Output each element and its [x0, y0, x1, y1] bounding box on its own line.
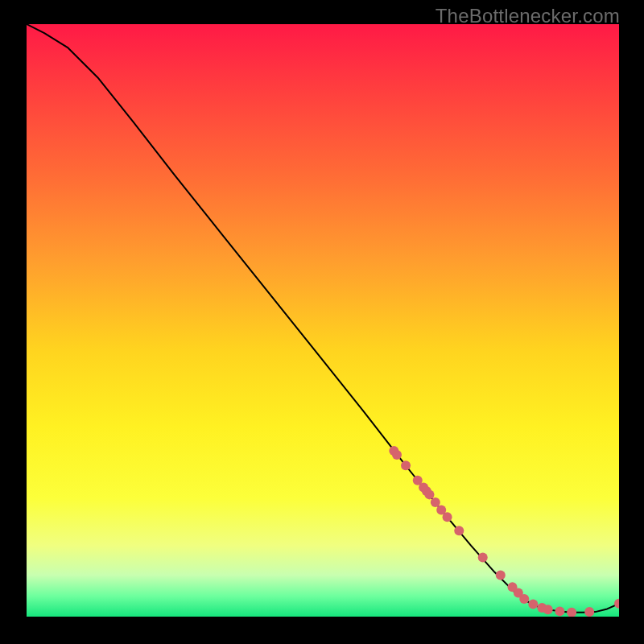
chart-background — [27, 24, 619, 617]
chart-point — [543, 605, 553, 614]
chart-stage: TheBottlenecker.com — [0, 0, 644, 644]
chart-point — [424, 489, 434, 499]
chart-point — [528, 600, 538, 609]
chart-point — [401, 460, 411, 470]
chart-point — [454, 526, 464, 535]
chart-point — [478, 552, 488, 562]
chart-svg — [27, 24, 619, 617]
chart-point — [443, 512, 452, 522]
chart-point — [519, 594, 529, 604]
chart-point — [496, 570, 506, 580]
chart-point — [555, 606, 564, 616]
chart-point — [431, 497, 440, 507]
chart-point — [584, 607, 594, 617]
chart-point — [392, 450, 402, 460]
